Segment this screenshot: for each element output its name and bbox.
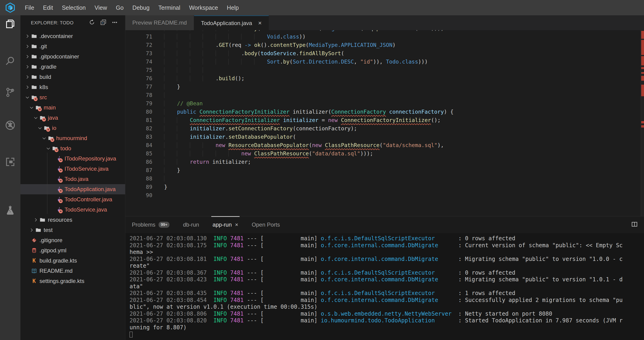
chevron-down-icon[interactable] bbox=[45, 145, 52, 152]
tree-item-src[interactable]: ✕src bbox=[20, 92, 125, 102]
menu-item-debug[interactable]: Debug bbox=[128, 0, 154, 15]
panel-tab-problems[interactable]: Problems99+ bbox=[132, 216, 170, 233]
menu-item-go[interactable]: Go bbox=[112, 0, 128, 15]
line-number: 70 bbox=[125, 30, 164, 32]
menu-item-terminal[interactable]: Terminal bbox=[154, 0, 184, 15]
terminal-row-7: ata" bbox=[130, 283, 644, 290]
search-icon[interactable] bbox=[0, 52, 20, 84]
menu-item-workspace[interactable]: Workspace bbox=[185, 0, 223, 15]
tree-item-label: main bbox=[44, 104, 56, 111]
chevron-right-icon[interactable] bbox=[24, 84, 31, 90]
tree-item-label: .devcontainer bbox=[40, 33, 73, 39]
menu-item-selection[interactable]: Selection bbox=[57, 0, 90, 15]
plugins-icon[interactable] bbox=[0, 153, 20, 202]
tree-item-humourmind[interactable]: ✕humourmind bbox=[20, 133, 125, 143]
code-line-83: 83 initializer.setDatabasePopulator( bbox=[125, 133, 641, 141]
terminal-row-0: 2021-06-27 02:03:08.130 INFO 7481 --- [ … bbox=[130, 235, 644, 242]
chevron-right-icon[interactable] bbox=[24, 33, 31, 39]
code-editor[interactable]: 70 .body(todoService.delete(Long.valueOf… bbox=[125, 30, 641, 216]
folder-icon: ✕ bbox=[52, 145, 58, 151]
test-flask-icon[interactable] bbox=[0, 202, 20, 228]
chevron-right-icon[interactable] bbox=[24, 43, 31, 50]
overview-ruler[interactable] bbox=[641, 30, 644, 216]
panel-tab-open-ports[interactable]: Open Ports bbox=[252, 216, 280, 233]
panel-tab-db-run[interactable]: db-run bbox=[183, 216, 199, 233]
tree-item--gitpod-yml[interactable]: .gitpod.yml bbox=[20, 245, 125, 256]
tree-item--gitignore[interactable]: .gitignore bbox=[20, 235, 125, 245]
code-line-72: 72 .GET(req -> ok().contentType(MediaTyp… bbox=[125, 41, 641, 49]
error-mark bbox=[641, 67, 644, 69]
tree-item-todoservice-java[interactable]: ✕TodoService.java bbox=[20, 205, 125, 215]
code-line-78: 78 bbox=[125, 91, 641, 99]
line-number: 80 bbox=[125, 108, 164, 116]
tree-item-resources[interactable]: resources bbox=[20, 215, 125, 225]
panel-tab-app-run[interactable]: app-run× bbox=[213, 216, 238, 233]
editor-tab-preview-readme-md[interactable]: Preview README.md bbox=[125, 15, 194, 30]
tree-item-settings-gradle-kts[interactable]: Ksettings.gradle.kts bbox=[20, 276, 125, 286]
refresh-icon[interactable] bbox=[89, 19, 95, 26]
explorer-icon[interactable] bbox=[0, 15, 20, 52]
line-number: 82 bbox=[125, 124, 164, 133]
source-control-icon[interactable] bbox=[0, 84, 20, 116]
tree-item-label: build.gradle.kts bbox=[40, 257, 77, 264]
terminal-row-4: reate" bbox=[130, 263, 644, 270]
tree-item-k8s[interactable]: k8s bbox=[20, 82, 125, 92]
code-text: return initializer; bbox=[164, 158, 251, 166]
tree-item-todo[interactable]: ✕todo bbox=[20, 143, 125, 154]
menu-item-file[interactable]: File bbox=[20, 0, 38, 15]
tree-item-readme-md[interactable]: README.md bbox=[20, 266, 125, 276]
java-icon: ✕ bbox=[56, 207, 62, 213]
line-number: 71 bbox=[125, 32, 164, 41]
debug-disabled-icon[interactable] bbox=[0, 116, 20, 153]
chevron-spacer bbox=[24, 268, 31, 274]
tree-item-build-gradle-kts[interactable]: Kbuild.gradle.kts bbox=[20, 256, 125, 266]
tree-item-todocontroller-java[interactable]: ✕TodoController.java bbox=[20, 194, 125, 205]
tree-item--git[interactable]: .git bbox=[20, 41, 125, 51]
folder-icon bbox=[31, 33, 37, 39]
tree-item-build[interactable]: build bbox=[20, 72, 125, 82]
tree-item-label: src bbox=[40, 94, 47, 101]
terminal-row-9: 2021-06-27 02:03:08.454 INFO 7481 --- [ … bbox=[130, 297, 644, 304]
collapse-all-icon[interactable] bbox=[100, 19, 106, 26]
folder-icon: ✕ bbox=[48, 135, 54, 141]
terminal-row-8: 2021-06-27 02:03:08.435 INFO 7481 --- [ … bbox=[130, 290, 644, 297]
tree-item-test[interactable]: test bbox=[20, 225, 125, 235]
menu-item-view[interactable]: View bbox=[90, 0, 112, 15]
chevron-down-icon[interactable] bbox=[28, 104, 35, 111]
terminal-output[interactable]: 2021-06-27 02:03:08.130 INFO 7481 --- [ … bbox=[125, 233, 644, 338]
tree-item-label: build bbox=[40, 74, 51, 80]
tree-item-java[interactable]: ✕java bbox=[20, 113, 125, 123]
explorer-sidebar: EXPLORER: TODO bbox=[20, 15, 125, 340]
tree-item-io[interactable]: ✕io bbox=[20, 123, 125, 133]
code-line-73: 73 .body(todoService.findAllBySort( bbox=[125, 49, 641, 57]
chevron-right-icon[interactable] bbox=[24, 63, 31, 70]
chevron-down-icon[interactable] bbox=[24, 94, 31, 101]
tree-item-main[interactable]: ✕main bbox=[20, 102, 125, 113]
chevron-down-icon[interactable] bbox=[32, 115, 39, 121]
chevron-right-icon[interactable] bbox=[28, 227, 35, 233]
code-text: .body(todoService.findAllBySort( bbox=[164, 49, 344, 57]
split-panel-icon[interactable] bbox=[631, 221, 644, 229]
chevron-spacer bbox=[49, 186, 56, 193]
tree-item--gradle[interactable]: .gradle bbox=[20, 62, 125, 72]
more-actions-icon[interactable] bbox=[112, 19, 118, 26]
close-icon[interactable]: × bbox=[235, 222, 238, 228]
tree-item-itodoservice-java[interactable]: ✕ITodoService.java bbox=[20, 164, 125, 174]
menu-item-edit[interactable]: Edit bbox=[38, 0, 57, 15]
chevron-spacer bbox=[49, 206, 56, 213]
code-line-74: 74 Sort.by(Sort.Direction.DESC, "id")), … bbox=[125, 57, 641, 66]
chevron-right-icon[interactable] bbox=[24, 53, 31, 60]
chevron-down-icon[interactable] bbox=[37, 125, 43, 131]
tree-item--gitpodcontainer[interactable]: .gitpodcontainer bbox=[20, 51, 125, 62]
tree-item--devcontainer[interactable]: .devcontainer bbox=[20, 31, 125, 41]
tree-item-itodorepository-java[interactable]: ✕ITodoRepository.java bbox=[20, 154, 125, 164]
error-badge: ✕ bbox=[59, 209, 63, 213]
menu-item-help[interactable]: Help bbox=[222, 0, 243, 15]
editor-tab-todoapplication-java[interactable]: TodoApplication.java× bbox=[194, 15, 269, 30]
chevron-right-icon[interactable] bbox=[24, 74, 31, 80]
tree-item-todoapplication-java[interactable]: ✕TodoApplication.java bbox=[20, 184, 125, 194]
chevron-down-icon[interactable] bbox=[41, 135, 47, 141]
chevron-right-icon[interactable] bbox=[32, 217, 39, 223]
close-icon[interactable]: × bbox=[258, 19, 262, 27]
tree-item-todo-java[interactable]: ✕Todo.java bbox=[20, 174, 125, 184]
